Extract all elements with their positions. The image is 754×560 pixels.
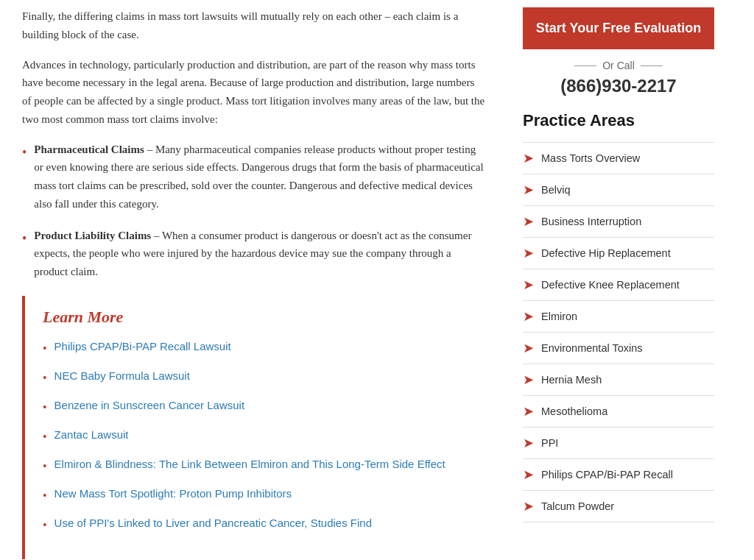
chevron-right-icon-6: ➤ (523, 308, 534, 325)
learn-more-list: • Philips CPAP/Bi-PAP Recall Lawsuit • N… (43, 339, 471, 534)
or-call-label: Or Call (602, 60, 635, 71)
bullet-item-product: • Product Liability Claims – When a cons… (22, 227, 486, 281)
chevron-right-icon-3: ➤ (523, 213, 534, 230)
chevron-right-icon-10: ➤ (523, 435, 534, 451)
bullet-dot-icon: • (22, 142, 27, 213)
learn-more-link-7[interactable]: Use of PPI's Linked to Liver and Pancrea… (54, 515, 372, 532)
list-dot-icon-7: • (43, 517, 47, 534)
bullet-dot-icon-2: • (22, 228, 27, 281)
list-dot-icon-2: • (43, 369, 47, 387)
practice-link-7[interactable]: Environmental Toxins (541, 342, 643, 354)
practice-list-item-12[interactable]: ➤ Talcum Powder (523, 491, 714, 522)
practice-link-8[interactable]: Hernia Mesh (541, 374, 602, 386)
practice-list-item-7[interactable]: ➤ Environmental Toxins (523, 333, 714, 364)
learn-more-title: Learn More (43, 308, 471, 327)
eval-button[interactable]: Start Your Free Evaluation (523, 7, 714, 49)
list-dot-icon-1: • (43, 340, 47, 358)
practice-list-item-5[interactable]: ➤ Defective Knee Replacement (523, 269, 714, 301)
or-call-section: Or Call (866)930-2217 (523, 60, 714, 96)
practice-link-10[interactable]: PPI (541, 437, 558, 449)
bullet-title-product: Product Liability Claims (34, 230, 151, 241)
learn-more-link-4[interactable]: Zantac Lawsuit (54, 427, 129, 444)
chevron-right-icon-11: ➤ (523, 467, 534, 483)
list-dot-icon-4: • (43, 428, 47, 446)
practice-link-5[interactable]: Defective Knee Replacement (541, 279, 680, 291)
practice-areas-title: Practice Areas (523, 111, 714, 130)
chevron-right-icon-4: ➤ (523, 245, 534, 261)
bullet-title-pharmaceutical: Pharmaceutical Claims (34, 143, 144, 155)
phone-number[interactable]: (866)930-2217 (523, 76, 714, 96)
list-item: • Philips CPAP/Bi-PAP Recall Lawsuit (43, 339, 471, 358)
chevron-right-icon-7: ➤ (523, 340, 534, 356)
second-paragraph: Advances in technology, particularly pro… (22, 56, 486, 129)
sidebar: Start Your Free Evaluation Or Call (866)… (508, 0, 729, 560)
practice-list-item-4[interactable]: ➤ Defective Hip Replacement (523, 238, 714, 269)
practice-list: ➤ Mass Torts Overview ➤ Belviq ➤ Busines… (523, 142, 714, 522)
practice-link-11[interactable]: Philips CPAP/Bi-PAP Recall (541, 469, 673, 481)
practice-link-9[interactable]: Mesothelioma (541, 405, 607, 417)
practice-list-item-8[interactable]: ➤ Hernia Mesh (523, 364, 714, 396)
list-item: • Elmiron & Blindness: The Link Between … (43, 456, 471, 475)
learn-more-link-5[interactable]: Elmiron & Blindness: The Link Between El… (54, 456, 445, 473)
chevron-right-icon-8: ➤ (523, 372, 534, 388)
learn-more-link-3[interactable]: Benzene in Sunscreen Cancer Lawsuit (54, 397, 245, 414)
chevron-right-icon-12: ➤ (523, 498, 534, 514)
bullet-section: • Pharmaceutical Claims – Many pharmaceu… (22, 141, 486, 281)
list-item: • Zantac Lawsuit (43, 427, 471, 446)
practice-list-item-3[interactable]: ➤ Business Interruption (523, 206, 714, 238)
intro-paragraph: Finally, the differing claims in mass to… (22, 7, 486, 44)
list-dot-icon-6: • (43, 487, 47, 505)
practice-list-item-1[interactable]: ➤ Mass Torts Overview (523, 142, 714, 174)
practice-list-item-10[interactable]: ➤ PPI (523, 428, 714, 459)
main-content: Finally, the differing claims in mass to… (0, 0, 508, 560)
practice-link-6[interactable]: Elmiron (541, 311, 577, 322)
practice-list-item-9[interactable]: ➤ Mesothelioma (523, 396, 714, 428)
learn-more-link-2[interactable]: NEC Baby Formula Lawsuit (54, 368, 190, 385)
list-item: • NEC Baby Formula Lawsuit (43, 368, 471, 387)
learn-more-link-6[interactable]: New Mass Tort Spotlight: Proton Pump Inh… (54, 486, 292, 503)
learn-more-link-1[interactable]: Philips CPAP/Bi-PAP Recall Lawsuit (54, 339, 231, 355)
chevron-right-icon-1: ➤ (523, 150, 534, 166)
practice-list-item-2[interactable]: ➤ Belviq (523, 174, 714, 206)
practice-link-12[interactable]: Talcum Powder (541, 500, 614, 512)
chevron-right-icon-9: ➤ (523, 403, 534, 419)
list-dot-icon-3: • (43, 399, 47, 417)
practice-link-3[interactable]: Business Interruption (541, 216, 641, 227)
bullet-text-pharmaceutical: Pharmaceutical Claims – Many pharmaceuti… (34, 141, 486, 213)
practice-link-2[interactable]: Belviq (541, 184, 571, 196)
list-item: • Benzene in Sunscreen Cancer Lawsuit (43, 397, 471, 417)
list-item: • Use of PPI's Linked to Liver and Pancr… (43, 515, 471, 534)
practice-list-item-11[interactable]: ➤ Philips CPAP/Bi-PAP Recall (523, 459, 714, 491)
list-dot-icon-5: • (43, 458, 47, 475)
list-item: • New Mass Tort Spotlight: Proton Pump I… (43, 486, 471, 505)
learn-more-box: Learn More • Philips CPAP/Bi-PAP Recall … (22, 296, 486, 559)
practice-list-item-6[interactable]: ➤ Elmiron (523, 301, 714, 333)
chevron-right-icon-2: ➤ (523, 182, 534, 198)
chevron-right-icon-5: ➤ (523, 277, 534, 293)
bullet-item-pharmaceutical: • Pharmaceutical Claims – Many pharmaceu… (22, 141, 486, 213)
practice-link-4[interactable]: Defective Hip Replacement (541, 247, 671, 259)
or-call-divider: Or Call (523, 60, 714, 71)
practice-link-1[interactable]: Mass Torts Overview (541, 152, 640, 164)
bullet-text-product: Product Liability Claims – When a consum… (34, 227, 486, 281)
